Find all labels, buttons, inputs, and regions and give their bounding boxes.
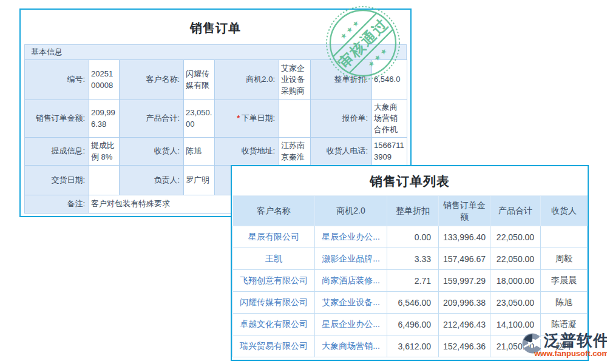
field-value-person-in-charge: 罗广明 (184, 166, 215, 195)
field-label-delivery-date: 交货日期: (25, 166, 89, 195)
discount-cell: 0.00 (387, 226, 439, 248)
opportunity-link[interactable]: 大象商场营销... (322, 341, 380, 351)
fanpu-logo: 泛普软件 www.fanpusoft.com (521, 330, 607, 362)
consignee-cell: 李晨晨 (541, 270, 588, 292)
discount-cell: 6,496.00 (387, 314, 439, 335)
order-amount-cell: 212,496.43 (439, 314, 490, 335)
field-label-order-amount: 销售订单金额: (25, 100, 89, 138)
form-row: 编号: 2025100008 客户名称: 闪耀传媒有限 商机2.0: 艾家企业设… (25, 60, 407, 100)
field-value-product-total: 23,050.00 (184, 100, 215, 138)
column-header-order-amount: 销售订单金额 (439, 196, 490, 226)
required-asterisk: * (237, 113, 240, 123)
column-header-customer: 客户名称 (233, 196, 315, 226)
sales-order-screen: 销售订单 基本信息 编号: 2025100008 客户名称: 闪耀传媒有限 商机… (0, 0, 607, 364)
consignee-cell (541, 226, 588, 248)
customer-name-link[interactable]: 王凯 (265, 254, 282, 263)
customer-name-link[interactable]: 瑞兴贸易有限公司 (240, 341, 308, 351)
field-value-opportunity: 艾家企业设备采购商 (279, 60, 311, 100)
discount-cell: 2.71 (387, 270, 439, 292)
field-value-number: 2025100008 (89, 60, 120, 100)
field-value-order-date (279, 100, 311, 138)
form-row: 提成信息: 提成比例 8% 收货人: 陈旭 收货地址: 江苏南京秦淮 收货人电话… (25, 138, 407, 166)
product-total-cell: 23,050.00 (490, 292, 541, 314)
field-label-commission: 提成信息: (25, 138, 89, 166)
field-value-order-amount: 209,996.38 (89, 100, 120, 138)
field-label-phone: 收货人电话: (311, 138, 372, 166)
form-title: 销售订单 (21, 20, 410, 36)
customer-name-link[interactable]: 卓越文化有限公司 (240, 319, 308, 329)
column-header-product-total: 产品合计 (490, 196, 541, 226)
order-amount-cell: 209,996.38 (439, 292, 490, 314)
field-value-delivery-date (89, 166, 120, 195)
fanpu-logo-text: 泛普软件 (544, 330, 607, 351)
field-value-discount: 6,546.0 (372, 60, 407, 100)
consignee-cell: 陈旭 (541, 292, 588, 314)
order-amount-cell: 152,496.36 (439, 335, 490, 357)
field-label-customer: 客户名称: (120, 60, 184, 100)
discount-cell: 6,546.00 (387, 292, 439, 314)
field-label-opportunity: 商机2.0: (215, 60, 279, 100)
list-row: 王凯 灏影企业品牌... 3.33 157,496.67 22,050.00 周… (233, 248, 588, 270)
field-value-consignee: 陈旭 (184, 138, 215, 166)
field-label-order-date: *下单日期: (215, 100, 279, 138)
list-title: 销售订单列表 (232, 173, 588, 190)
field-value-commission: 提成比例 8% (89, 138, 120, 166)
section-header-basic-info: 基本信息 (24, 44, 407, 60)
order-amount-cell: 159,997.29 (439, 270, 490, 292)
form-row: 销售订单金额: 209,996.38 产品合计: 23,050.00 *下单日期… (25, 100, 407, 138)
field-label-product-total: 产品合计: (120, 100, 184, 138)
fanpu-logo-url: www.fanpusoft.com (534, 349, 607, 358)
customer-name-link[interactable]: 闪耀传媒有限公司 (240, 297, 308, 307)
consignee-cell: 周毅 (541, 248, 588, 270)
list-row: 星辰有限公司 星辰企业办公... 0.00 133,996.40 22,050.… (233, 226, 588, 248)
opportunity-link[interactable]: 灏影企业品牌... (322, 254, 380, 263)
field-label-note: 备注: (25, 195, 89, 214)
list-row: 飞翔创意有限公司 尚家酒店装修... 2.71 159,997.29 18,00… (233, 270, 588, 292)
field-label-address: 收货地址: (215, 138, 279, 166)
opportunity-link[interactable]: 尚家酒店装修... (322, 275, 380, 285)
product-total-cell: 18,000.00 (490, 270, 541, 292)
field-value-quotation: 大象商场营销合作机 (372, 100, 407, 138)
field-label-person-in-charge: 负责人: (120, 166, 184, 195)
opportunity-link[interactable]: 星辰企业办公... (322, 319, 380, 329)
order-amount-cell: 157,496.67 (439, 248, 490, 270)
customer-name-link[interactable]: 飞翔创意有限公司 (240, 275, 308, 285)
discount-cell: 3.33 (387, 248, 439, 270)
list-row: 闪耀传媒有限公司 艾家企业设备... 6,546.00 209,996.38 2… (233, 292, 588, 314)
field-value-address: 江苏南京秦淮 (279, 138, 311, 166)
order-amount-cell: 133,996.40 (439, 226, 490, 248)
column-header-opportunity: 商机2.0 (315, 196, 387, 226)
column-header-consignee: 收货人 (541, 196, 588, 226)
column-header-discount: 整单折扣 (387, 196, 439, 226)
opportunity-link[interactable]: 艾家企业设备... (322, 297, 380, 307)
discount-cell: 3,612.00 (387, 335, 439, 357)
opportunity-link[interactable]: 星辰企业办公... (322, 232, 380, 241)
field-value-customer: 闪耀传媒有限 (184, 60, 215, 100)
field-value-phone: 15667113909 (372, 138, 407, 166)
field-label-discount: 整单折扣: (311, 60, 372, 100)
field-label-quotation: 报价单: (311, 100, 372, 138)
list-header-row: 客户名称 商机2.0 整单折扣 销售订单金额 产品合计 收货人 (233, 196, 588, 226)
product-total-cell: 22,050.00 (490, 248, 541, 270)
field-label-number: 编号: (25, 60, 89, 100)
product-total-cell: 22,050.00 (490, 226, 541, 248)
customer-name-link[interactable]: 星辰有限公司 (248, 232, 299, 241)
field-label-consignee: 收货人: (120, 138, 184, 166)
